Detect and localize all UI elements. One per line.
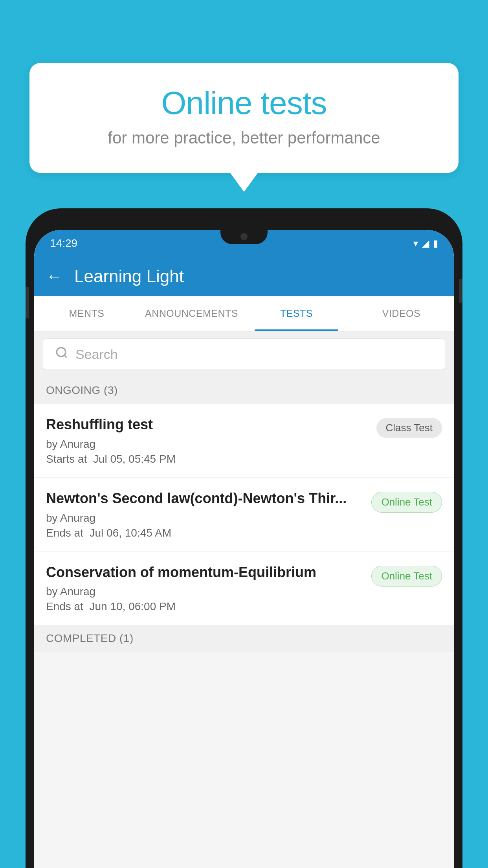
test-badge-3: Online Test [371,566,442,587]
search-placeholder: Search [75,347,118,362]
test-badge-2: Online Test [371,492,442,513]
test-time-1: Starts at Jul 05, 05:45 PM [46,453,369,465]
tab-announcements[interactable]: ANNOUNCEMENTS [139,296,244,331]
test-author-3: by Anurag [46,585,363,598]
phone-frame: 14:29 ▾ ◢ ▮ ← Learning Light MENTS ANNOU… [26,208,462,868]
test-info-3: Conservation of momentum-Equilibrium by … [46,563,363,613]
search-container: Search [34,331,454,377]
front-camera [240,233,248,240]
search-icon [55,346,68,363]
test-info-1: Reshuffling test by Anurag Starts at Jul… [46,416,369,465]
phone-side-left [26,287,29,318]
tab-ments[interactable]: MENTS [34,296,139,331]
status-icons: ▾ ◢ ▮ [413,238,438,249]
test-name-2: Newton's Second law(contd)-Newton's Thir… [46,489,363,508]
svg-line-1 [64,355,67,357]
tab-tests[interactable]: TESTS [244,296,349,331]
svg-point-0 [57,348,66,357]
test-time-3: Ends at Jun 10, 06:00 PM [46,600,363,613]
app-title: Learning Light [74,267,184,286]
phone-side-right [459,279,462,303]
battery-icon: ▮ [433,238,438,249]
completed-title: COMPLETED (1) [46,632,134,644]
test-name-1: Reshuffling test [46,416,369,434]
phone-screen: 14:29 ▾ ◢ ▮ ← Learning Light MENTS ANNOU… [34,230,454,868]
speech-bubble: Online tests for more practice, better p… [29,63,459,173]
signal-icon: ◢ [422,238,429,249]
bubble-title: Online tests [53,85,435,121]
app-bar: ← Learning Light [34,257,454,296]
ongoing-title: ONGOING (3) [46,384,118,396]
tab-videos[interactable]: VIDEOS [349,296,454,331]
test-item-2[interactable]: Newton's Second law(contd)-Newton's Thir… [34,478,454,552]
test-list: Reshuffling test by Anurag Starts at Jul… [34,404,454,625]
test-time-2: Ends at Jul 06, 10:45 AM [46,527,363,539]
test-author-2: by Anurag [46,512,363,524]
wifi-icon: ▾ [413,238,418,249]
test-info-2: Newton's Second law(contd)-Newton's Thir… [46,489,363,539]
completed-section-header: COMPLETED (1) [34,625,454,652]
tabs-bar: MENTS ANNOUNCEMENTS TESTS VIDEOS [34,296,454,331]
test-item-3[interactable]: Conservation of momentum-Equilibrium by … [34,552,454,625]
bubble-subtitle: for more practice, better performance [53,129,435,147]
status-time: 14:29 [50,237,77,250]
test-item-1[interactable]: Reshuffling test by Anurag Starts at Jul… [34,404,454,478]
test-badge-1: Class Test [376,418,442,438]
phone-notch [220,230,268,244]
test-name-3: Conservation of momentum-Equilibrium [46,563,363,582]
back-button[interactable]: ← [46,267,62,286]
search-bar[interactable]: Search [43,338,445,370]
ongoing-section-header: ONGOING (3) [34,377,454,404]
test-author-1: by Anurag [46,438,369,451]
